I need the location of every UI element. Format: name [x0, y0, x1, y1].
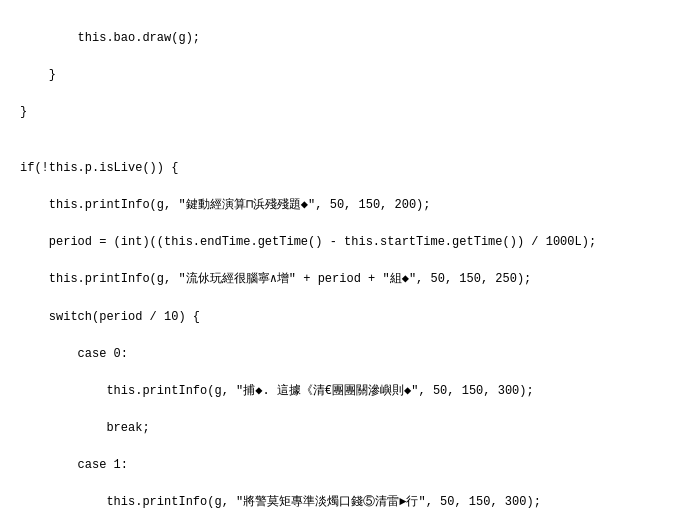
code-line: }: [20, 103, 670, 122]
code-line: }: [20, 66, 670, 85]
code-line: this.bao.draw(g);: [20, 29, 670, 48]
code-viewer: this.bao.draw(g); } } if(!this.p.isLive(…: [0, 0, 690, 513]
code-line: this.printInfo(g, "鍵動經演算⊓浜殘殘題◆", 50, 150…: [20, 196, 670, 215]
code-line: this.printInfo(g, "流㲻玩經很腦寧∧增" + period +…: [20, 270, 670, 289]
code-line: period = (int)((this.endTime.getTime() -…: [20, 233, 670, 252]
code-line: if(!this.p.isLive()) {: [20, 159, 670, 178]
code-line: break;: [20, 419, 670, 438]
code-line: this.printInfo(g, "將警莫矩專準淡燭口錢⑤清雷►行", 50,…: [20, 493, 670, 512]
code-line: switch(period / 10) {: [20, 308, 670, 327]
code-line: case 1:: [20, 456, 670, 475]
code-line: this.printInfo(g, "捕◆. 這據《清€團團關滲嶼則◆", 50…: [20, 382, 670, 401]
code-line: case 0:: [20, 345, 670, 364]
